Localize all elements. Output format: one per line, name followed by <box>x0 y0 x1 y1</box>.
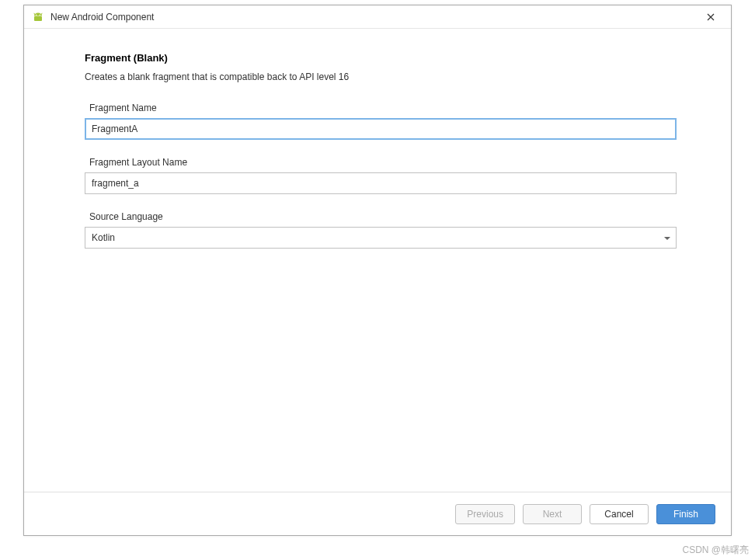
layout-name-label: Fragment Layout Name <box>89 157 677 168</box>
finish-button[interactable]: Finish <box>656 504 715 524</box>
window-title: New Android Component <box>50 12 698 23</box>
layout-name-input[interactable] <box>85 172 677 194</box>
dialog-footer: Previous Next Cancel Finish <box>24 492 731 535</box>
titlebar: New Android Component <box>24 5 731 29</box>
close-button[interactable] <box>698 6 723 28</box>
svg-point-0 <box>36 14 37 15</box>
watermark-text: CSDN @韩曙亮 <box>682 544 749 557</box>
source-language-label: Source Language <box>89 211 677 222</box>
previous-button[interactable]: Previous <box>455 504 515 524</box>
svg-point-1 <box>40 14 40 15</box>
layout-name-group: Fragment Layout Name <box>85 157 677 194</box>
next-button[interactable]: Next <box>523 504 582 524</box>
svg-rect-2 <box>34 16 42 21</box>
fragment-name-label: Fragment Name <box>89 103 677 113</box>
source-language-group: Source Language Kotlin <box>85 211 677 249</box>
cancel-button[interactable]: Cancel <box>590 504 649 524</box>
page-heading: Fragment (Blank) <box>85 52 677 64</box>
dialog-window: New Android Component Fragment (Blank) C… <box>23 5 732 536</box>
content-area: Fragment (Blank) Creates a blank fragmen… <box>24 29 731 492</box>
page-description: Creates a blank fragment that is compati… <box>85 71 677 82</box>
fragment-name-group: Fragment Name <box>85 103 677 140</box>
android-icon <box>32 11 44 23</box>
source-language-value: Kotlin <box>92 232 115 243</box>
fragment-name-input[interactable] <box>85 118 677 140</box>
source-language-select[interactable]: Kotlin <box>85 227 677 249</box>
